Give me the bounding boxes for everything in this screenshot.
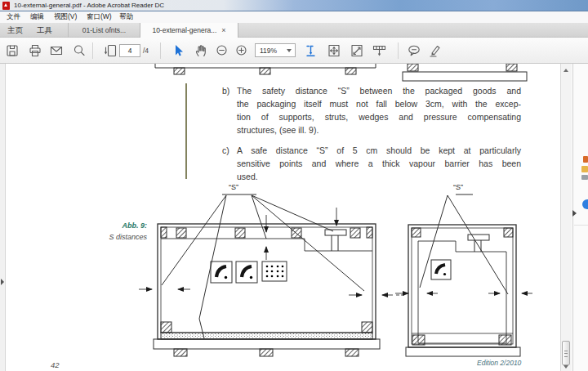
document-tab-label: 10-external-genera...: [152, 26, 216, 34]
toolbar-separator: [92, 42, 93, 59]
print-icon: [28, 43, 42, 58]
text-line: sensitive points and where a thick vapou…: [237, 157, 521, 170]
window-title: 10-external-general.pdf - Adobe Acrobat …: [14, 2, 164, 9]
chevron-down-icon: [287, 49, 292, 52]
hand-tool-button[interactable]: [194, 43, 208, 58]
select-tool-button[interactable]: [171, 43, 185, 58]
toolbar-separator: [398, 42, 399, 59]
tools-pane-strip: [572, 64, 588, 371]
email-icon: [49, 43, 64, 58]
tab-bar: 主页 工具 01-List ofnts... 10-external-gener…: [0, 23, 588, 38]
print-button[interactable]: [28, 43, 42, 58]
navigation-pane-strip: [0, 64, 6, 371]
figure-caption-title: S distances: [85, 233, 147, 241]
fit-visible-button[interactable]: [372, 43, 386, 58]
revision-change-bar: [185, 83, 187, 179]
tool-icon-partial-4[interactable]: [582, 199, 588, 209]
zoom-level-dropdown[interactable]: 119%: [255, 43, 296, 57]
tools-strip-divider: [574, 225, 588, 226]
page-navigation-button[interactable]: [103, 43, 118, 58]
scrollbar-thumb[interactable]: [562, 341, 570, 365]
zoom-in-icon: [234, 43, 249, 58]
menu-window[interactable]: 窗口(W): [87, 12, 112, 22]
zoom-out-icon: [215, 43, 229, 58]
scrollbar-down-icon[interactable]: [564, 365, 568, 369]
email-button[interactable]: [49, 43, 64, 58]
tool-icon-partial-1[interactable]: [583, 156, 588, 163]
tools-pane-expand-icon[interactable]: [572, 210, 577, 217]
text-line: used.: [237, 170, 521, 183]
figure-caption-number: Abb. 9:: [101, 221, 147, 230]
text-line: The safety distance “S” between the pack…: [237, 84, 521, 97]
paragraph-c-label: c): [222, 144, 235, 157]
comment-bubble-icon: [407, 43, 421, 58]
scrollbar-grip: [564, 351, 568, 357]
menu-file[interactable]: 文件: [7, 12, 20, 22]
s-distance-label-right: “S”: [443, 183, 473, 191]
highlight-button[interactable]: [428, 43, 443, 58]
zoom-level-value: 119%: [260, 47, 287, 55]
paragraph-c: A safe distance “S” of 5 cm should be ke…: [237, 144, 521, 183]
search-icon: [72, 43, 87, 58]
document-tab-inactive[interactable]: 01-List ofnts...: [68, 23, 140, 38]
s-distance-label-left: “S”: [219, 183, 248, 191]
menu-edit[interactable]: 编辑: [30, 12, 44, 22]
page-number-input[interactable]: [119, 44, 140, 57]
save-icon: [5, 43, 20, 58]
toolbar: /4 119%: [0, 38, 588, 64]
document-tab-label: 01-List ofnts...: [82, 26, 126, 34]
zoom-in-button[interactable]: [234, 43, 249, 58]
menu-help[interactable]: 帮助: [119, 12, 133, 22]
search-button[interactable]: [72, 43, 87, 58]
title-bar[interactable]: 10-external-general.pdf - Adobe Acrobat …: [0, 0, 588, 11]
save-button[interactable]: [5, 43, 20, 58]
scroll-mode-icon: [304, 43, 318, 58]
fit-visible-icon: [372, 43, 388, 58]
hand-icon: [194, 43, 208, 58]
scrolling-mode-button[interactable]: [304, 43, 318, 58]
adobe-pdf-icon: [2, 2, 10, 10]
text-line: A safe distance “S” of 5 cm should be ke…: [237, 144, 521, 157]
tool-icon-partial-3[interactable]: [581, 175, 588, 180]
menu-bar: 文件 编辑 视图(V) 窗口(W) 帮助: [0, 11, 588, 23]
page-nav-icon: [103, 43, 118, 58]
fit-one-page-button[interactable]: [327, 43, 341, 58]
document-tab-active[interactable]: 10-external-genera... ×: [140, 23, 238, 38]
scrollbar-up-icon[interactable]: [564, 69, 568, 72]
select-cursor-icon: [171, 43, 185, 58]
edition-label: Edition 2/2010: [477, 359, 521, 367]
page-total-label: /4: [143, 47, 149, 55]
comment-button[interactable]: [407, 43, 421, 58]
tab-tools[interactable]: 工具: [37, 25, 52, 36]
acrobat-reader-window: 10-external-general.pdf - Adobe Acrobat …: [0, 0, 588, 371]
highlighter-pen-icon: [428, 43, 443, 58]
tool-icon-partial-2[interactable]: [581, 166, 588, 172]
paragraph-b: The safety distance “S” between the pack…: [237, 84, 521, 136]
toolbar-separator: [160, 42, 161, 59]
text-line: tion of supports, struts, wedges and pre…: [237, 110, 521, 123]
text-line: the packaging itself must not fall below…: [237, 97, 521, 110]
nav-pane-expand-icon[interactable]: [1, 279, 4, 285]
fit-width-icon: [350, 43, 364, 58]
paragraph-b-label: b): [222, 84, 235, 97]
tab-close-icon[interactable]: ×: [221, 27, 225, 34]
vertical-scrollbar-track[interactable]: [560, 64, 572, 371]
fit-width-button[interactable]: [350, 43, 364, 58]
tab-home[interactable]: 主页: [7, 25, 23, 36]
text-line: structures, (see ill. 9).: [237, 123, 521, 136]
zoom-out-button[interactable]: [215, 43, 229, 58]
printed-page-number: 42: [51, 360, 60, 369]
fit-page-icon: [327, 43, 341, 58]
menu-view[interactable]: 视图(V): [54, 12, 77, 22]
